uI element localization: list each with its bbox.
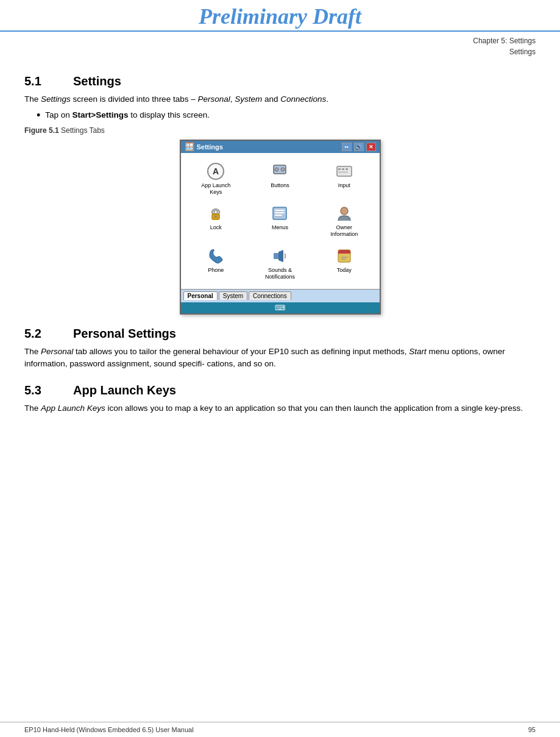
svg-point-9: [214, 211, 218, 214]
wm-title: 🪟 Settings: [185, 142, 223, 151]
menus-label: Menus: [272, 224, 288, 231]
svg-rect-14: [275, 212, 285, 213]
wm-icon-close[interactable]: ✕: [366, 143, 376, 151]
footer-left: EP10 Hand-Held (Windows Embedded 6.5) Us…: [24, 726, 194, 733]
section-5-2-number: 5.2: [24, 327, 73, 341]
wm-icon-volume[interactable]: 🔊: [354, 143, 364, 151]
svg-rect-15: [275, 215, 282, 216]
today-label: Today: [337, 267, 352, 274]
buttons-icon: [270, 162, 289, 181]
lock-label: Lock: [210, 224, 222, 231]
section-5-3-body: The App Launch Keys icon allows you to m…: [24, 402, 536, 415]
section-5-1-title: Settings: [73, 74, 121, 88]
footer-right: 95: [528, 726, 536, 733]
wm-icon-signal[interactable]: ▪▪: [342, 143, 352, 151]
svg-rect-6: [346, 168, 348, 170]
keyboard-icon: ⌨: [275, 304, 285, 312]
owner-icon: [335, 204, 354, 223]
svg-rect-13: [275, 210, 285, 211]
wm-start-icon: 🪟: [185, 142, 194, 151]
chapter-line1: Chapter 5: Settings: [0, 35, 536, 46]
wm-titlebar: 🪟 Settings ▪▪ 🔊 ✕: [181, 141, 380, 153]
svg-rect-4: [338, 168, 341, 170]
wm-tab-system[interactable]: System: [219, 291, 247, 300]
svg-rect-5: [342, 168, 344, 170]
section-5-1-bullet: • Tap on Start>Settings to display this …: [37, 109, 536, 123]
wm-settings-screen: 🪟 Settings ▪▪ 🔊 ✕ A App L: [180, 140, 381, 315]
section-5-3-number: 5.3: [24, 383, 73, 397]
wm-icon-buttons[interactable]: Buttons: [249, 158, 311, 199]
main-content: 5.1 Settings The Settings screen is divi…: [0, 57, 560, 443]
app-launch-icon: A: [206, 162, 225, 181]
lock-icon: [206, 204, 225, 223]
section-5-3-title: App Launch Keys: [73, 383, 176, 397]
section-5-3-heading: 5.3 App Launch Keys: [24, 383, 536, 397]
svg-point-2: [281, 168, 285, 171]
wm-icon-sounds[interactable]: Sounds &Notifications: [249, 243, 311, 284]
svg-point-1: [275, 168, 278, 171]
phone-label: Phone: [208, 267, 224, 274]
menus-icon: [270, 204, 289, 223]
owner-label: OwnerInformation: [330, 224, 358, 238]
sounds-label: Sounds &Notifications: [265, 267, 295, 280]
section-5-2-title: Personal Settings: [73, 327, 176, 341]
wm-icon-menus[interactable]: Menus: [249, 200, 311, 241]
input-label: Input: [338, 182, 350, 189]
app-launch-label: App LaunchKeys: [201, 182, 230, 196]
page-header: Preliminary Draft: [0, 0, 560, 32]
figure-caption-text: Settings Tabs: [61, 126, 105, 135]
figure-5-1-container: 🪟 Settings ▪▪ 🔊 ✕ A App L: [24, 140, 536, 315]
section-5-1-number: 5.1: [24, 74, 73, 88]
bullet-dot: •: [37, 109, 40, 123]
chapter-info: Chapter 5: Settings Settings: [0, 32, 560, 57]
preliminary-draft-title: Preliminary Draft: [199, 4, 361, 29]
wm-icon-today[interactable]: Today: [313, 243, 375, 284]
wm-tab-personal[interactable]: Personal: [183, 291, 218, 300]
chapter-line2: Settings: [0, 46, 536, 57]
figure-caption-label: Figure 5.1: [24, 126, 59, 135]
wm-icon-input[interactable]: Input: [313, 158, 375, 199]
figure-5-1-caption: Figure 5.1 Settings Tabs: [24, 126, 536, 135]
wm-icon-owner[interactable]: OwnerInformation: [313, 200, 375, 241]
wm-taskbar: Personal System Connections: [181, 289, 380, 302]
section-5-1-body: The Settings screen is divided into thre…: [24, 93, 536, 105]
wm-icon-phone[interactable]: Phone: [185, 243, 247, 284]
wm-title-icons: ▪▪ 🔊 ✕: [342, 143, 376, 151]
bullet-text: Tap on Start>Settings to display this sc…: [45, 109, 210, 123]
wm-icon-grid: A App LaunchKeys Butto: [185, 158, 376, 284]
wm-icon-lock[interactable]: Lock: [185, 200, 247, 241]
wm-content: A App LaunchKeys Butto: [181, 153, 380, 289]
section-5-2-heading: 5.2 Personal Settings: [24, 327, 536, 341]
phone-icon: [206, 246, 225, 266]
wm-tab-connections[interactable]: Connections: [249, 291, 291, 300]
wm-title-text: Settings: [197, 143, 223, 151]
wm-icon-app-launch[interactable]: A App LaunchKeys: [185, 158, 247, 199]
page-footer: EP10 Hand-Held (Windows Embedded 6.5) Us…: [0, 722, 560, 737]
input-icon: [335, 162, 354, 181]
svg-rect-17: [274, 253, 278, 259]
svg-point-11: [214, 215, 217, 218]
svg-rect-20: [338, 252, 350, 254]
wm-keyboard-bar: ⌨: [181, 302, 380, 313]
svg-point-16: [341, 207, 348, 215]
section-5-2-body: The Personal tab allows you to tailor th…: [24, 346, 536, 371]
today-icon: [335, 246, 354, 266]
svg-rect-7: [338, 171, 348, 173]
sounds-icon: [270, 246, 289, 266]
buttons-label: Buttons: [271, 182, 289, 189]
section-5-1-heading: 5.1 Settings: [24, 74, 536, 88]
